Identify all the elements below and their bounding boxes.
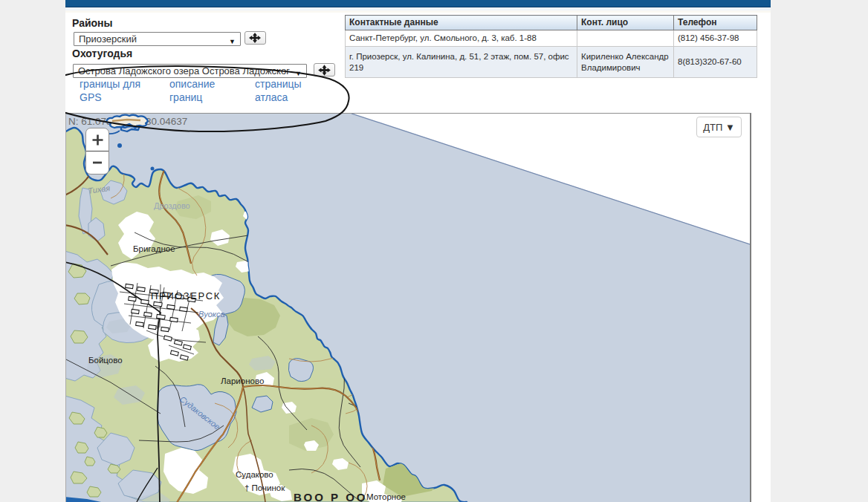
svg-text:Бойцово: Бойцово — [88, 356, 123, 365]
svg-text:ПРИОЗЕРСК: ПРИОЗЕРСК — [151, 290, 221, 301]
svg-text:Ларионово: Ларионово — [221, 376, 264, 385]
svg-text:† Починок: † Починок — [244, 483, 285, 492]
svg-text:Вуокса: Вуокса — [198, 310, 225, 319]
svg-text:30.04637: 30.04637 — [146, 116, 187, 127]
svg-text:ВОО Р ОО: ВОО Р ОО — [294, 491, 367, 502]
svg-text:Бригадное: Бригадное — [133, 244, 175, 253]
svg-text:Дроздово: Дроздово — [154, 201, 190, 210]
svg-text:Судаково: Судаково — [236, 470, 273, 479]
svg-text:Моторное: Моторное — [366, 492, 406, 501]
